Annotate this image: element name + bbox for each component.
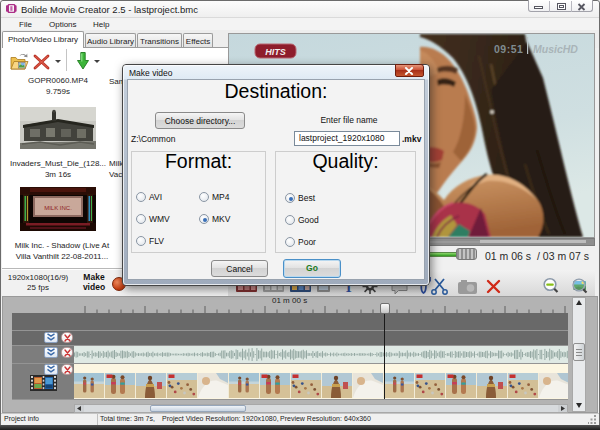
svg-text:MILK INC.: MILK INC. bbox=[44, 205, 72, 211]
svg-text:MusicHD: MusicHD bbox=[533, 43, 578, 55]
svg-text:HITS: HITS bbox=[265, 47, 286, 57]
svg-text:09:51: 09:51 bbox=[494, 43, 523, 55]
